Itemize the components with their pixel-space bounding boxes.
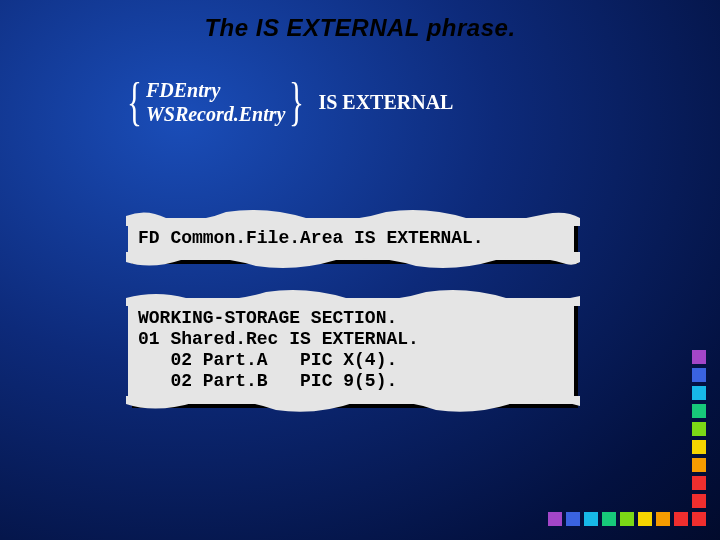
left-brace-icon: { <box>127 78 142 126</box>
code-snippet-1: FD Common.File.Area IS EXTERNAL. <box>128 218 574 260</box>
code-text-1: FD Common.File.Area IS EXTERNAL. <box>128 218 574 257</box>
syntax-diagram: { FDEntry WSRecord.Entry } IS EXTERNAL <box>128 78 453 126</box>
color-square-icon <box>674 512 688 526</box>
syntax-keyword: IS EXTERNAL <box>318 91 453 114</box>
color-square-icon <box>638 512 652 526</box>
color-square-icon <box>548 512 562 526</box>
color-square-icon <box>692 350 706 364</box>
color-square-icon <box>692 458 706 472</box>
slide-title: The IS EXTERNAL phrase. <box>0 14 720 42</box>
color-square-icon <box>692 368 706 382</box>
color-square-icon <box>692 440 706 454</box>
color-square-icon <box>692 404 706 418</box>
color-square-icon <box>692 494 706 508</box>
color-square-icon <box>692 422 706 436</box>
code-snippet-2: WORKING-STORAGE SECTION. 01 Shared.Rec I… <box>128 298 574 404</box>
color-square-icon <box>566 512 580 526</box>
syntax-options: FDEntry WSRecord.Entry <box>146 78 285 126</box>
right-brace-icon: } <box>289 78 304 126</box>
syntax-opt1: FDEntry <box>146 79 220 101</box>
color-square-icon <box>692 476 706 490</box>
color-square-icon <box>692 512 706 526</box>
color-square-icon <box>656 512 670 526</box>
decorative-squares-horizontal <box>548 512 706 526</box>
decorative-squares-vertical <box>692 350 706 508</box>
syntax-opt2: WSRecord.Entry <box>146 103 285 125</box>
color-square-icon <box>584 512 598 526</box>
color-square-icon <box>692 386 706 400</box>
color-square-icon <box>620 512 634 526</box>
color-square-icon <box>602 512 616 526</box>
code-text-2: WORKING-STORAGE SECTION. 01 Shared.Rec I… <box>128 298 574 400</box>
